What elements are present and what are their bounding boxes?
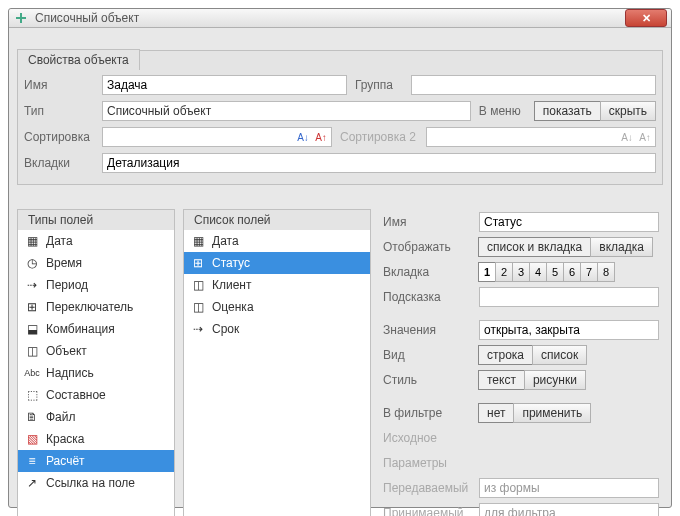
- field-type-label: Комбинация: [46, 322, 115, 336]
- field-list-label: Статус: [212, 256, 250, 270]
- field-type-item[interactable]: ⬚Составное: [18, 384, 174, 406]
- fp-display-opt1[interactable]: список и вкладка: [478, 237, 591, 257]
- fp-name-input[interactable]: [479, 212, 659, 232]
- clock-icon: ◷: [24, 255, 40, 271]
- sort2-label: Сортировка 2: [340, 130, 426, 144]
- type-label: Тип: [24, 104, 102, 118]
- field-types-list: ▦Дата◷Время⇢Период⊞Переключатель⬓Комбина…: [17, 229, 175, 516]
- field-type-item[interactable]: ▦Дата: [18, 230, 174, 252]
- window-title: Списочный объект: [35, 11, 625, 25]
- tab-num-3[interactable]: 3: [512, 262, 530, 282]
- content-area: Свойства объекта Имя Группа Тип В меню п…: [9, 28, 671, 516]
- menu-label: В меню: [479, 104, 535, 118]
- field-properties: Имя Отображать список и вкладка вкладка …: [379, 209, 663, 516]
- link-icon: ↗: [24, 475, 40, 491]
- switch-icon: ⊞: [24, 299, 40, 315]
- fp-style-opt1[interactable]: текст: [478, 370, 525, 390]
- fp-filter-opt2[interactable]: применить: [513, 403, 591, 423]
- sort-asc-icon[interactable]: A↓: [295, 129, 311, 145]
- period-icon: ⇢: [24, 277, 40, 293]
- fp-values-input[interactable]: [479, 320, 659, 340]
- field-type-item[interactable]: ▧Краска: [18, 428, 174, 450]
- text-icon: Abc: [24, 365, 40, 381]
- field-type-item[interactable]: AbcНадпись: [18, 362, 174, 384]
- color-icon: ▧: [24, 431, 40, 447]
- tab-num-5[interactable]: 5: [546, 262, 564, 282]
- object-icon: ◫: [190, 299, 206, 315]
- sort-desc-icon[interactable]: A↑: [313, 129, 329, 145]
- name-input[interactable]: [102, 75, 347, 95]
- fp-tab-label: Вкладка: [383, 265, 479, 279]
- field-type-item[interactable]: ◫Объект: [18, 340, 174, 362]
- sort2-desc-icon[interactable]: A↑: [637, 129, 653, 145]
- file-icon: 🗎: [24, 409, 40, 425]
- svg-rect-1: [16, 17, 26, 19]
- tab-num-6[interactable]: 6: [563, 262, 581, 282]
- menu-toggle-group: показать скрыть: [535, 101, 656, 121]
- fp-hint-label: Подсказка: [383, 290, 479, 304]
- group-label: Группа: [355, 78, 411, 92]
- fp-view-label: Вид: [383, 348, 479, 362]
- field-list-label: Клиент: [212, 278, 252, 292]
- object-icon: ◫: [190, 277, 206, 293]
- fp-tab-numbers: 12345678: [479, 262, 615, 282]
- field-type-label: Время: [46, 256, 82, 270]
- field-list-item[interactable]: ◫Оценка: [184, 296, 370, 318]
- field-list-item[interactable]: ▦Дата: [184, 230, 370, 252]
- fp-style-opt2[interactable]: рисунки: [524, 370, 586, 390]
- tab-num-7[interactable]: 7: [580, 262, 598, 282]
- sort2-input[interactable]: A↓ A↑: [426, 127, 656, 147]
- switch-icon: ⊞: [190, 255, 206, 271]
- fp-passed-input: [479, 478, 659, 498]
- fp-display-opt2[interactable]: вкладка: [590, 237, 653, 257]
- field-list-label: Дата: [212, 234, 239, 248]
- field-list-item[interactable]: ◫Клиент: [184, 274, 370, 296]
- sort-input[interactable]: A↓ A↑: [102, 127, 332, 147]
- field-list-item[interactable]: ⇢Срок: [184, 318, 370, 340]
- group-title: Свойства объекта: [17, 49, 140, 70]
- fp-passed-label: Передаваемый: [383, 481, 479, 495]
- field-type-label: Расчёт: [46, 454, 85, 468]
- tab-num-1[interactable]: 1: [478, 262, 496, 282]
- group-input[interactable]: [411, 75, 656, 95]
- sort2-asc-icon[interactable]: A↓: [619, 129, 635, 145]
- field-types-title: Типы полей: [17, 209, 175, 230]
- menu-show-button[interactable]: показать: [534, 101, 601, 121]
- calc-icon: ≡: [24, 453, 40, 469]
- field-list-label: Оценка: [212, 300, 254, 314]
- field-type-item[interactable]: ↗Ссылка на поле: [18, 472, 174, 494]
- fp-received-label: Принимаемый: [383, 506, 479, 516]
- app-icon: [13, 10, 29, 26]
- tab-num-2[interactable]: 2: [495, 262, 513, 282]
- menu-hide-button[interactable]: скрыть: [600, 101, 656, 121]
- tabs-label: Вкладки: [24, 156, 102, 170]
- object-properties-group: Свойства объекта Имя Группа Тип В меню п…: [17, 50, 663, 185]
- tabs-input[interactable]: [102, 153, 656, 173]
- field-type-label: Файл: [46, 410, 76, 424]
- fp-view-opt1[interactable]: строка: [478, 345, 533, 365]
- field-type-item[interactable]: ≡Расчёт: [18, 450, 174, 472]
- name-label: Имя: [24, 78, 102, 92]
- field-type-label: Краска: [46, 432, 85, 446]
- field-type-item[interactable]: ◷Время: [18, 252, 174, 274]
- combo-icon: ⬓: [24, 321, 40, 337]
- fp-style-label: Стиль: [383, 373, 479, 387]
- fp-filter-opt1[interactable]: нет: [478, 403, 514, 423]
- field-type-item[interactable]: ⊞Переключатель: [18, 296, 174, 318]
- fp-view-opt2[interactable]: список: [532, 345, 587, 365]
- object-icon: ◫: [24, 343, 40, 359]
- field-list-item[interactable]: ⊞Статус: [184, 252, 370, 274]
- fp-values-label: Значения: [383, 323, 479, 337]
- fp-hint-input[interactable]: [479, 287, 659, 307]
- tab-num-4[interactable]: 4: [529, 262, 547, 282]
- field-type-label: Переключатель: [46, 300, 133, 314]
- field-list-title: Список полей: [183, 209, 371, 230]
- close-button[interactable]: ✕: [625, 9, 667, 27]
- field-type-item[interactable]: 🗎Файл: [18, 406, 174, 428]
- field-type-label: Ссылка на поле: [46, 476, 135, 490]
- field-type-item[interactable]: ⬓Комбинация: [18, 318, 174, 340]
- field-type-item[interactable]: ⇢Период: [18, 274, 174, 296]
- field-type-label: Составное: [46, 388, 106, 402]
- tab-num-8[interactable]: 8: [597, 262, 615, 282]
- field-list: ▦Дата⊞Статус◫Клиент◫Оценка⇢Срок: [183, 229, 371, 516]
